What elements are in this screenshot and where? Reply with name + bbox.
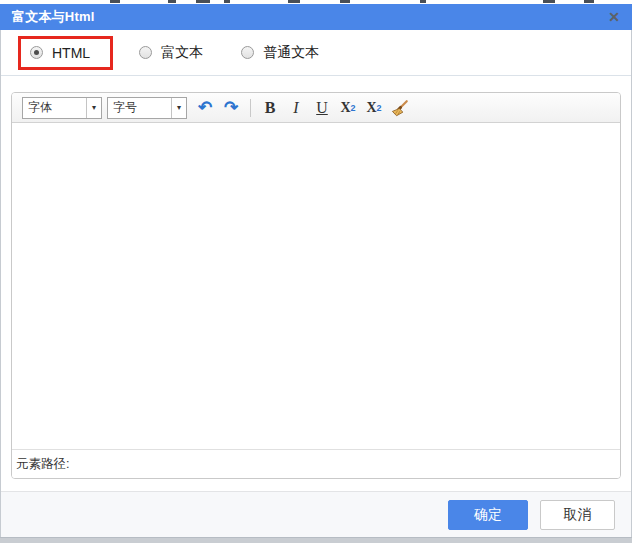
window-behind-artifact xyxy=(224,0,230,3)
mode-selector-row: HTML 富文本 普通文本 xyxy=(1,30,631,76)
window-behind-artifact xyxy=(420,0,426,3)
clear-format-button[interactable] xyxy=(389,96,411,120)
mode-option-label: 普通文本 xyxy=(263,44,319,62)
dialog-title: 富文本与Html xyxy=(12,8,95,26)
undo-icon[interactable]: ↶ xyxy=(194,96,216,120)
footer-gap xyxy=(1,479,631,491)
dialog-body: HTML 富文本 普通文本 字体 ▾ 字号 ▾ xyxy=(0,30,632,537)
redo-icon[interactable]: ↷ xyxy=(220,96,242,120)
rich-text-dialog: 富文本与Html ✕ HTML 富文本 普通文本 字体 ▾ xyxy=(0,0,632,543)
chevron-down-icon[interactable]: ▾ xyxy=(86,98,101,118)
radio-button-icon[interactable] xyxy=(30,46,43,59)
font-size-select[interactable]: 字号 ▾ xyxy=(107,97,187,119)
font-family-value: 字体 xyxy=(23,99,86,116)
superscript-button[interactable]: X2 xyxy=(337,96,359,120)
cancel-button[interactable]: 取消 xyxy=(540,500,615,530)
italic-button[interactable]: I xyxy=(285,96,307,120)
window-behind-bottom-strip xyxy=(0,537,632,543)
window-behind-artifact xyxy=(340,0,350,3)
mode-option-html[interactable]: HTML xyxy=(18,36,113,70)
radio-button-icon[interactable] xyxy=(241,46,254,59)
close-icon[interactable]: ✕ xyxy=(608,10,620,24)
font-family-select[interactable]: 字体 ▾ xyxy=(22,97,102,119)
editor-toolbar: 字体 ▾ 字号 ▾ ↶ ↷ B I U X2 X2 xyxy=(12,93,620,123)
dialog-titlebar: 富文本与Html ✕ xyxy=(0,4,632,30)
window-behind-artifact xyxy=(168,0,176,3)
mode-option-plaintext[interactable]: 普通文本 xyxy=(241,44,319,62)
mode-option-label: HTML xyxy=(52,45,90,61)
radio-button-icon[interactable] xyxy=(139,46,152,59)
bold-button[interactable]: B xyxy=(259,96,281,120)
chevron-down-icon[interactable]: ▾ xyxy=(171,98,186,118)
editor-content-area[interactable] xyxy=(12,123,620,449)
subscript-button[interactable]: X2 xyxy=(363,96,385,120)
mode-option-richtext[interactable]: 富文本 xyxy=(139,44,203,62)
toolbar-separator xyxy=(250,99,251,117)
window-behind-artifact xyxy=(543,0,555,3)
window-behind-strip xyxy=(0,0,632,4)
window-behind-artifact xyxy=(110,0,120,3)
ok-button[interactable]: 确定 xyxy=(448,500,528,530)
window-behind-artifact xyxy=(584,0,594,3)
rich-text-editor: 字体 ▾ 字号 ▾ ↶ ↷ B I U X2 X2 xyxy=(11,92,621,479)
underline-button[interactable]: U xyxy=(311,96,333,120)
mode-option-label: 富文本 xyxy=(161,44,203,62)
dialog-footer: 确定 取消 xyxy=(1,491,631,537)
broom-icon xyxy=(391,99,409,117)
font-size-value: 字号 xyxy=(108,99,171,116)
window-behind-artifact xyxy=(288,0,300,3)
element-path-label: 元素路径: xyxy=(16,456,69,473)
element-path-bar: 元素路径: xyxy=(12,449,620,478)
window-behind-artifact xyxy=(196,0,210,3)
